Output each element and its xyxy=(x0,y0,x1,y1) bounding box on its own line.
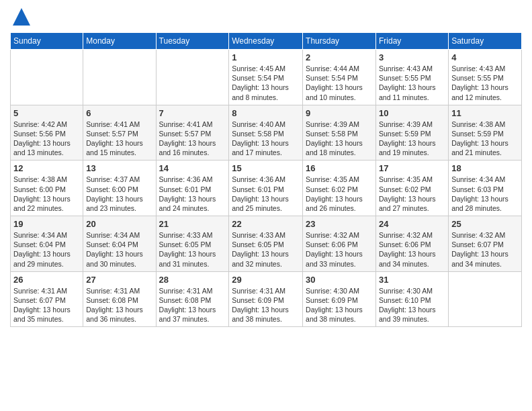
table-row: 13Sunrise: 4:37 AM Sunset: 6:00 PM Dayli… xyxy=(83,161,156,216)
table-row: 27Sunrise: 4:31 AM Sunset: 6:08 PM Dayli… xyxy=(83,271,156,327)
day-number: 7 xyxy=(159,108,226,118)
table-row xyxy=(83,50,156,105)
day-number: 16 xyxy=(306,163,373,173)
table-row: 7Sunrise: 4:41 AM Sunset: 5:57 PM Daylig… xyxy=(156,105,229,161)
calendar-week-row: 12Sunrise: 4:38 AM Sunset: 6:00 PM Dayli… xyxy=(11,161,522,216)
table-row xyxy=(449,271,522,327)
day-number: 24 xyxy=(379,219,445,229)
table-row: 28Sunrise: 4:31 AM Sunset: 6:08 PM Dayli… xyxy=(156,271,229,327)
day-number: 25 xyxy=(451,219,519,229)
table-row: 19Sunrise: 4:34 AM Sunset: 6:04 PM Dayli… xyxy=(11,216,83,272)
table-row: 21Sunrise: 4:33 AM Sunset: 6:05 PM Dayli… xyxy=(156,216,229,272)
table-row: 15Sunrise: 4:36 AM Sunset: 6:01 PM Dayli… xyxy=(229,161,303,216)
day-info: Sunrise: 4:43 AM Sunset: 5:55 PM Dayligh… xyxy=(379,64,445,102)
day-info: Sunrise: 4:34 AM Sunset: 6:04 PM Dayligh… xyxy=(13,230,80,269)
day-number: 17 xyxy=(379,163,445,173)
logo-icon xyxy=(11,7,32,27)
calendar-week-row: 26Sunrise: 4:31 AM Sunset: 6:07 PM Dayli… xyxy=(11,271,522,327)
table-row: 24Sunrise: 4:32 AM Sunset: 6:06 PM Dayli… xyxy=(375,216,448,272)
page-container: Sunday Monday Tuesday Wednesday Thursday… xyxy=(0,0,532,334)
col-friday: Friday xyxy=(375,33,448,50)
table-row: 23Sunrise: 4:32 AM Sunset: 6:06 PM Dayli… xyxy=(303,216,376,272)
day-number: 3 xyxy=(379,52,445,62)
day-number: 11 xyxy=(451,108,519,118)
day-number: 26 xyxy=(13,275,80,285)
day-number: 22 xyxy=(232,219,300,229)
logo xyxy=(10,7,32,27)
table-row: 30Sunrise: 4:30 AM Sunset: 6:09 PM Dayli… xyxy=(303,271,376,327)
day-number: 21 xyxy=(159,219,226,229)
day-info: Sunrise: 4:36 AM Sunset: 6:01 PM Dayligh… xyxy=(159,175,226,213)
col-saturday: Saturday xyxy=(449,33,522,50)
table-row: 3Sunrise: 4:43 AM Sunset: 5:55 PM Daylig… xyxy=(375,50,448,105)
col-thursday: Thursday xyxy=(303,33,376,50)
day-number: 18 xyxy=(451,163,519,173)
svg-marker-0 xyxy=(13,8,30,26)
col-wednesday: Wednesday xyxy=(229,33,303,50)
day-info: Sunrise: 4:33 AM Sunset: 6:05 PM Dayligh… xyxy=(159,230,226,269)
day-info: Sunrise: 4:42 AM Sunset: 5:56 PM Dayligh… xyxy=(13,120,80,158)
day-info: Sunrise: 4:36 AM Sunset: 6:01 PM Dayligh… xyxy=(232,175,300,213)
day-number: 31 xyxy=(379,275,445,285)
table-row: 2Sunrise: 4:44 AM Sunset: 5:54 PM Daylig… xyxy=(303,50,376,105)
table-row xyxy=(11,50,83,105)
table-row xyxy=(156,50,229,105)
day-number: 4 xyxy=(451,52,519,62)
table-row: 31Sunrise: 4:30 AM Sunset: 6:10 PM Dayli… xyxy=(375,271,448,327)
day-info: Sunrise: 4:41 AM Sunset: 5:57 PM Dayligh… xyxy=(159,120,226,158)
calendar-week-row: 19Sunrise: 4:34 AM Sunset: 6:04 PM Dayli… xyxy=(11,216,522,272)
table-row: 5Sunrise: 4:42 AM Sunset: 5:56 PM Daylig… xyxy=(11,105,83,161)
col-tuesday: Tuesday xyxy=(156,33,229,50)
day-info: Sunrise: 4:39 AM Sunset: 5:58 PM Dayligh… xyxy=(306,120,373,158)
day-info: Sunrise: 4:32 AM Sunset: 6:06 PM Dayligh… xyxy=(379,230,445,269)
table-row: 6Sunrise: 4:41 AM Sunset: 5:57 PM Daylig… xyxy=(83,105,156,161)
table-row: 18Sunrise: 4:34 AM Sunset: 6:03 PM Dayli… xyxy=(449,161,522,216)
table-row: 4Sunrise: 4:43 AM Sunset: 5:55 PM Daylig… xyxy=(449,50,522,105)
day-number: 29 xyxy=(232,275,300,285)
day-info: Sunrise: 4:45 AM Sunset: 5:54 PM Dayligh… xyxy=(232,64,300,102)
day-number: 27 xyxy=(86,275,152,285)
table-row: 17Sunrise: 4:35 AM Sunset: 6:02 PM Dayli… xyxy=(375,161,448,216)
day-info: Sunrise: 4:39 AM Sunset: 5:59 PM Dayligh… xyxy=(379,120,445,158)
day-info: Sunrise: 4:40 AM Sunset: 5:58 PM Dayligh… xyxy=(232,120,300,158)
day-number: 10 xyxy=(379,108,445,118)
day-info: Sunrise: 4:32 AM Sunset: 6:07 PM Dayligh… xyxy=(451,230,519,269)
day-info: Sunrise: 4:31 AM Sunset: 6:08 PM Dayligh… xyxy=(86,286,152,324)
day-number: 5 xyxy=(13,108,80,118)
day-number: 1 xyxy=(232,52,300,62)
day-number: 6 xyxy=(86,108,152,118)
table-row: 1Sunrise: 4:45 AM Sunset: 5:54 PM Daylig… xyxy=(229,50,303,105)
day-info: Sunrise: 4:30 AM Sunset: 6:10 PM Dayligh… xyxy=(379,286,445,324)
table-row: 29Sunrise: 4:31 AM Sunset: 6:09 PM Dayli… xyxy=(229,271,303,327)
day-info: Sunrise: 4:33 AM Sunset: 6:05 PM Dayligh… xyxy=(232,230,300,269)
table-row: 11Sunrise: 4:38 AM Sunset: 5:59 PM Dayli… xyxy=(449,105,522,161)
table-row: 22Sunrise: 4:33 AM Sunset: 6:05 PM Dayli… xyxy=(229,216,303,272)
table-row: 26Sunrise: 4:31 AM Sunset: 6:07 PM Dayli… xyxy=(11,271,83,327)
day-info: Sunrise: 4:37 AM Sunset: 6:00 PM Dayligh… xyxy=(86,175,152,213)
day-info: Sunrise: 4:43 AM Sunset: 5:55 PM Dayligh… xyxy=(451,64,519,102)
day-info: Sunrise: 4:31 AM Sunset: 6:07 PM Dayligh… xyxy=(13,286,80,324)
day-info: Sunrise: 4:41 AM Sunset: 5:57 PM Dayligh… xyxy=(86,120,152,158)
calendar-header-row: Sunday Monday Tuesday Wednesday Thursday… xyxy=(11,33,522,50)
day-info: Sunrise: 4:44 AM Sunset: 5:54 PM Dayligh… xyxy=(306,64,373,102)
day-info: Sunrise: 4:38 AM Sunset: 5:59 PM Dayligh… xyxy=(451,120,519,158)
calendar-week-row: 1Sunrise: 4:45 AM Sunset: 5:54 PM Daylig… xyxy=(11,50,522,105)
table-row: 20Sunrise: 4:34 AM Sunset: 6:04 PM Dayli… xyxy=(83,216,156,272)
day-info: Sunrise: 4:35 AM Sunset: 6:02 PM Dayligh… xyxy=(379,175,445,213)
day-number: 14 xyxy=(159,163,226,173)
calendar-table: Sunday Monday Tuesday Wednesday Thursday… xyxy=(10,32,522,327)
table-row: 9Sunrise: 4:39 AM Sunset: 5:58 PM Daylig… xyxy=(303,105,376,161)
table-row: 8Sunrise: 4:40 AM Sunset: 5:58 PM Daylig… xyxy=(229,105,303,161)
table-row: 16Sunrise: 4:35 AM Sunset: 6:02 PM Dayli… xyxy=(303,161,376,216)
header xyxy=(10,7,522,27)
day-number: 12 xyxy=(13,163,80,173)
day-info: Sunrise: 4:34 AM Sunset: 6:04 PM Dayligh… xyxy=(86,230,152,269)
calendar-week-row: 5Sunrise: 4:42 AM Sunset: 5:56 PM Daylig… xyxy=(11,105,522,161)
day-number: 13 xyxy=(86,163,152,173)
table-row: 10Sunrise: 4:39 AM Sunset: 5:59 PM Dayli… xyxy=(375,105,448,161)
day-number: 2 xyxy=(306,52,373,62)
day-info: Sunrise: 4:38 AM Sunset: 6:00 PM Dayligh… xyxy=(13,175,80,213)
table-row: 14Sunrise: 4:36 AM Sunset: 6:01 PM Dayli… xyxy=(156,161,229,216)
col-sunday: Sunday xyxy=(11,33,83,50)
day-info: Sunrise: 4:34 AM Sunset: 6:03 PM Dayligh… xyxy=(451,175,519,213)
